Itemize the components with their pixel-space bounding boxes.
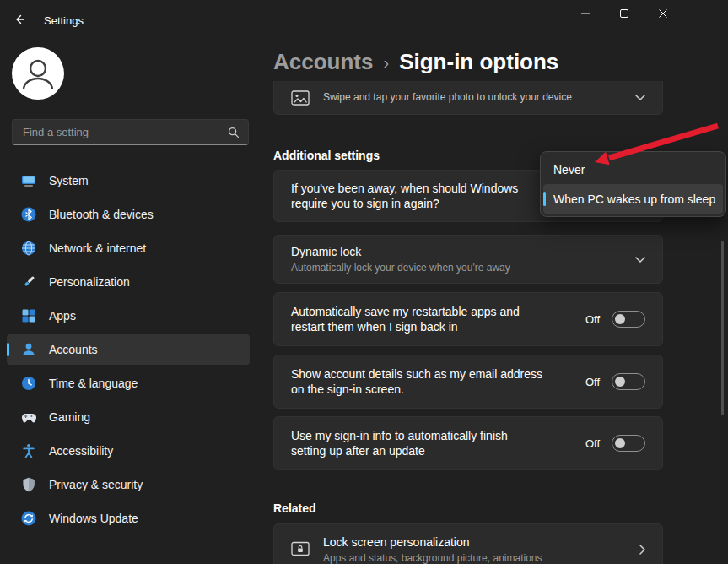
bluetooth-icon [20, 206, 37, 223]
sidebar-item-label: Time & language [49, 377, 138, 390]
sidebar-item-system[interactable]: System [7, 165, 250, 196]
shield-icon [20, 476, 37, 493]
restartable-apps-title: Automatically save my restartable apps a… [291, 304, 544, 334]
close-icon [659, 6, 667, 21]
toggle-state-label: Off [585, 376, 600, 388]
app-title: Settings [44, 14, 84, 27]
sidebar-item-label: Gaming [49, 410, 90, 424]
restartable-apps-toggle[interactable] [612, 311, 645, 328]
titlebar: Settings [0, 0, 728, 41]
section-header-additional-settings: Additional settings [273, 149, 380, 162]
section-header-related: Related [273, 502, 316, 515]
globe-icon [20, 240, 37, 257]
sidebar-item-label: Privacy & security [49, 478, 143, 491]
toggle-state-label: Off [585, 437, 600, 450]
lock-screen-subtitle: Apps and status, background picture, ani… [323, 552, 626, 564]
system-icon [20, 172, 37, 189]
dropdown-option-label: Never [553, 163, 585, 176]
dropdown-option-never[interactable]: Never [543, 155, 723, 184]
sidebar-item-label: Personalization [49, 275, 130, 289]
apps-grid-icon [20, 307, 37, 324]
signin-requirement-dropdown-menu: Never When PC wakes up from sleep [540, 151, 726, 217]
sidebar-item-privacy-security[interactable]: Privacy & security [7, 469, 250, 500]
sidebar-item-label: Apps [49, 309, 76, 323]
maximize-button[interactable] [605, 0, 644, 27]
search-box [12, 119, 249, 145]
clock-icon [20, 375, 37, 392]
sidebar-item-label: Network & internet [49, 241, 146, 255]
account-details-toggle[interactable] [612, 373, 645, 390]
lock-screen-icon [291, 541, 310, 558]
sidebar-item-time-language[interactable]: Time & language [7, 368, 250, 399]
back-button[interactable] [10, 12, 29, 30]
toggle-knob [615, 438, 625, 448]
dropdown-option-label: When PC wakes up from sleep [553, 193, 715, 206]
sidebar-item-label: Accessibility [49, 444, 113, 458]
sidebar-nav: System Bluetooth & devices Network & int… [7, 165, 250, 537]
search-icon [228, 127, 240, 138]
restartable-apps-card: Automatically save my restartable apps a… [273, 292, 663, 346]
chevron-right-icon [639, 545, 645, 555]
breadcrumb-parent[interactable]: Accounts [273, 49, 373, 75]
sidebar-item-accounts[interactable]: Accounts [7, 334, 250, 365]
account-details-card: Show account details such as my email ad… [273, 355, 663, 409]
picture-password-subtitle: Swipe and tap your favorite photo to unl… [323, 91, 572, 105]
chevron-down-icon[interactable] [635, 257, 645, 263]
sidebar-item-network-internet[interactable]: Network & internet [7, 233, 250, 263]
chevron-down-icon[interactable] [635, 95, 645, 100]
update-arrows-icon [20, 510, 37, 527]
back-arrow-icon [13, 13, 26, 30]
search-input[interactable] [13, 126, 228, 138]
game-controller-icon [20, 409, 37, 426]
dropdown-option-when-pc-wakes[interactable]: When PC wakes up from sleep [543, 184, 723, 214]
lock-screen-title: Lock screen personalization [323, 534, 626, 550]
user-avatar[interactable] [12, 47, 64, 100]
sidebar-item-personalization[interactable]: Personalization [7, 267, 250, 297]
sidebar-item-label: System [49, 174, 89, 187]
sidebar-item-label: Windows Update [49, 512, 138, 525]
minimize-icon [581, 6, 590, 21]
accessibility-person-icon [20, 442, 37, 459]
minimize-button[interactable] [566, 0, 605, 27]
dynamic-lock-title: Dynamic lock [291, 244, 635, 259]
picture-password-card[interactable]: Swipe and tap your favorite photo to unl… [273, 81, 663, 115]
lock-screen-personalization-card[interactable]: Lock screen personalization Apps and sta… [273, 523, 663, 564]
signin-info-setup-toggle[interactable] [612, 435, 645, 452]
photo-icon [291, 90, 310, 106]
sidebar-item-apps[interactable]: Apps [7, 301, 250, 331]
sidebar-item-windows-update[interactable]: Windows Update [7, 503, 250, 534]
toggle-knob [615, 314, 625, 324]
sidebar-item-label: Accounts [49, 343, 98, 356]
avatar-person-icon [12, 47, 64, 100]
close-button[interactable] [644, 0, 682, 27]
breadcrumb-separator-icon: › [383, 52, 389, 73]
breadcrumb: Accounts › Sign-in options [273, 49, 558, 75]
signin-info-setup-card: Use my sign-in info to automatically fin… [273, 416, 663, 470]
account-details-title: Show account details such as my email ad… [291, 366, 544, 397]
vertical-scrollbar[interactable] [721, 241, 724, 415]
signin-info-setup-title: Use my sign-in info to automatically fin… [291, 428, 544, 458]
sidebar-item-bluetooth-devices[interactable]: Bluetooth & devices [7, 199, 250, 230]
sidebar-item-gaming[interactable]: Gaming [7, 402, 250, 432]
sidebar-item-label: Bluetooth & devices [49, 208, 154, 221]
toggle-state-label: Off [585, 313, 600, 326]
maximize-icon [620, 6, 628, 21]
page-title: Sign-in options [399, 49, 558, 75]
dynamic-lock-card[interactable]: Dynamic lock Automatically lock your dev… [273, 235, 663, 284]
paintbrush-icon [20, 274, 37, 290]
sidebar-item-accessibility[interactable]: Accessibility [7, 436, 250, 466]
signin-requirement-question: If you've been away, when should Windows… [291, 181, 553, 211]
dynamic-lock-subtitle: Automatically lock your device when you'… [291, 262, 635, 275]
person-icon [20, 341, 37, 358]
toggle-knob [615, 377, 625, 387]
